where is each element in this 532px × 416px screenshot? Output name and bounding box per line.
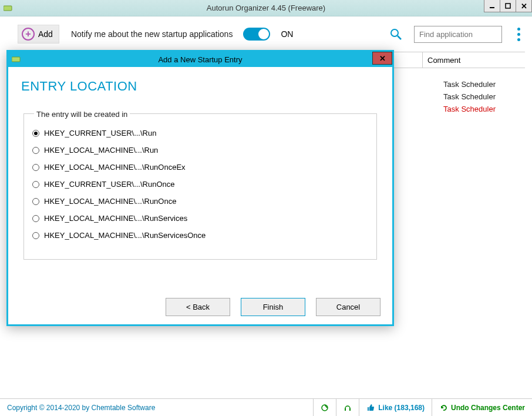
undo-icon bbox=[439, 404, 447, 412]
thumbs-up-icon bbox=[366, 404, 375, 412]
location-option-label: HKEY_LOCAL_MACHINE\...\RunServicesOnce bbox=[44, 231, 206, 240]
radio-icon bbox=[32, 164, 39, 171]
back-button[interactable]: < Back bbox=[166, 298, 230, 316]
minimize-button[interactable] bbox=[484, 0, 500, 12]
toolbar: + Add Notify me about the new startup ap… bbox=[0, 16, 532, 52]
row-comment: Task Scheduler bbox=[443, 105, 496, 113]
like-button[interactable]: Like (183,168) bbox=[359, 399, 432, 416]
dialog-close-button[interactable]: ✕ bbox=[372, 52, 392, 65]
headset-icon[interactable] bbox=[336, 399, 359, 416]
location-options: HKEY_CURRENT_USER\...\RunHKEY_LOCAL_MACH… bbox=[23, 113, 377, 260]
radio-icon bbox=[32, 147, 39, 154]
location-option[interactable]: HKEY_CURRENT_USER\...\Run bbox=[32, 125, 368, 142]
location-option-label: HKEY_LOCAL_MACHINE\...\RunOnce bbox=[44, 197, 176, 206]
location-option[interactable]: HKEY_LOCAL_MACHINE\...\RunOnceEx bbox=[32, 159, 368, 176]
location-option-label: HKEY_LOCAL_MACHINE\...\RunServices bbox=[44, 214, 187, 223]
radio-icon bbox=[32, 181, 39, 188]
search-input[interactable] bbox=[414, 26, 502, 43]
add-label: Add bbox=[38, 29, 53, 39]
column-comment-header[interactable]: Comment bbox=[422, 52, 525, 68]
location-option[interactable]: HKEY_CURRENT_USER\...\RunOnce bbox=[32, 176, 368, 193]
svg-point-3 bbox=[391, 29, 398, 36]
window-controls: ✕ bbox=[484, 0, 532, 12]
undo-center-label: Undo Changes Center bbox=[451, 404, 525, 412]
search-icon[interactable] bbox=[389, 28, 402, 41]
radio-icon bbox=[32, 198, 39, 205]
dialog-app-icon bbox=[12, 55, 21, 64]
radio-icon bbox=[32, 215, 39, 222]
svg-rect-6 bbox=[345, 408, 346, 411]
svg-rect-1 bbox=[490, 7, 494, 8]
location-option-label: HKEY_LOCAL_MACHINE\...\Run bbox=[44, 146, 158, 155]
statusbar: Copyright © 2014-2020 by Chemtable Softw… bbox=[0, 398, 532, 416]
copyright-label[interactable]: Copyright © 2014-2020 by Chemtable Softw… bbox=[0, 399, 314, 416]
row-comment: Task Scheduler bbox=[443, 92, 496, 101]
svg-rect-0 bbox=[4, 6, 12, 11]
location-option[interactable]: HKEY_LOCAL_MACHINE\...\RunServicesOnce bbox=[32, 227, 368, 244]
location-option[interactable]: HKEY_LOCAL_MACHINE\...\Run bbox=[32, 142, 368, 159]
radio-icon bbox=[32, 232, 39, 239]
undo-center-button[interactable]: Undo Changes Center bbox=[432, 399, 532, 416]
notify-label: Notify me about the new startup applicat… bbox=[71, 29, 233, 39]
cancel-button[interactable]: Cancel bbox=[316, 298, 381, 316]
add-entry-dialog: Add a New Startup Entry ✕ ENTRY LOCATION… bbox=[6, 50, 394, 326]
finish-button[interactable]: Finish bbox=[241, 298, 305, 316]
add-button[interactable]: + Add bbox=[18, 25, 59, 43]
location-option-label: HKEY_LOCAL_MACHINE\...\RunOnceEx bbox=[44, 163, 186, 172]
close-button[interactable]: ✕ bbox=[516, 0, 532, 12]
notify-toggle[interactable] bbox=[243, 28, 270, 41]
dialog-title: Add a New Startup Entry bbox=[8, 55, 392, 64]
row-comment: Task Scheduler bbox=[443, 80, 496, 89]
location-option[interactable]: HKEY_LOCAL_MACHINE\...\RunOnce bbox=[32, 193, 368, 210]
maximize-button[interactable] bbox=[500, 0, 516, 12]
power-icon[interactable] bbox=[314, 399, 336, 416]
svg-rect-2 bbox=[506, 4, 510, 8]
app-icon bbox=[4, 4, 13, 13]
svg-rect-8 bbox=[12, 57, 20, 62]
location-option-label: HKEY_CURRENT_USER\...\Run bbox=[44, 129, 156, 137]
dialog-footer: < Back Finish Cancel bbox=[8, 287, 392, 324]
dialog-heading: ENTRY LOCATION bbox=[21, 79, 379, 94]
dialog-titlebar: Add a New Startup Entry ✕ bbox=[8, 52, 392, 67]
svg-rect-7 bbox=[349, 408, 351, 411]
location-option[interactable]: HKEY_LOCAL_MACHINE\...\RunServices bbox=[32, 210, 368, 227]
dialog-body: ENTRY LOCATION The entry will be created… bbox=[8, 67, 392, 287]
titlebar: Autorun Organizer 4.45 (Freeware) ✕ bbox=[0, 0, 532, 16]
window-title: Autorun Organizer 4.45 (Freeware) bbox=[0, 4, 532, 12]
like-label: Like (183,168) bbox=[378, 404, 425, 412]
menu-button[interactable] bbox=[515, 25, 523, 43]
location-option-label: HKEY_CURRENT_USER\...\RunOnce bbox=[44, 180, 175, 189]
radio-icon bbox=[32, 130, 39, 137]
svg-line-4 bbox=[398, 36, 401, 39]
fieldset-label: The entry will be created in bbox=[34, 110, 130, 119]
plus-icon: + bbox=[22, 28, 35, 41]
toggle-state-label: ON bbox=[281, 29, 293, 39]
